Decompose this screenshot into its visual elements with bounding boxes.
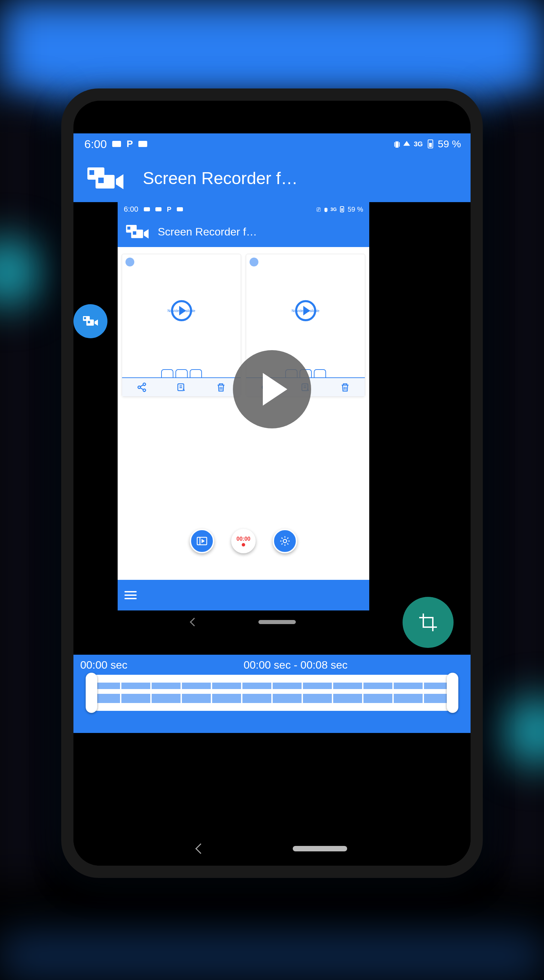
battery-percent: 59 % [438,138,461,150]
inner-vibrate-icon: ı▮ı [324,206,327,213]
inner-app-title: Screen Recorder f… [158,226,257,238]
svg-rect-2 [89,170,94,175]
video-preview-area: 6:00 P ⎚ ı▮ı 3G 59 % [73,202,471,832]
svg-point-12 [143,383,146,386]
home-pill[interactable] [293,846,347,851]
app-title: Screen Recorder f… [143,169,298,188]
inner-battery-percent: 59 % [347,205,363,213]
inner-network-icon: 3G [330,207,337,212]
settings-button[interactable] [273,529,297,553]
back-button[interactable] [195,843,206,854]
home-pill[interactable] [259,620,296,624]
card-badge-icon [125,258,134,266]
timeline-range-label: 00:00 sec - 00:08 sec [243,659,347,671]
phone-speaker [243,105,301,110]
trim-handle-right[interactable] [447,673,458,713]
menu-button[interactable] [124,591,137,599]
delete-icon[interactable] [340,382,350,392]
cast-icon: ⎚ [317,205,320,213]
timeline-start-label: 00:00 sec [80,659,127,671]
inner-app-logo-icon [124,223,151,240]
card-label: No video available [168,309,195,313]
battery-icon [428,140,433,148]
status-bar: 6:00 P ı▮ı 3G 59 % [73,134,471,154]
svg-rect-3 [98,178,104,183]
card-label: No video available [292,309,320,313]
video-timeline: 00:00 sec 00:00 sec - 00:08 sec [73,655,471,733]
wifi-icon [404,138,409,150]
android-nav-bar [73,832,471,865]
card-badge-icon [249,258,259,266]
network-icon: 3G [414,140,423,148]
timeline-strip[interactable] [90,675,454,711]
share-icon[interactable] [137,382,147,392]
inner-battery-icon [340,206,344,212]
edit-icon[interactable] [176,382,186,392]
app-logo-icon [84,165,128,192]
inner-app-bar: Screen Recorder f… [117,216,369,247]
svg-rect-10 [127,227,130,230]
svg-rect-11 [133,231,136,235]
video-notif-icon [112,141,121,147]
delete-icon[interactable] [216,382,226,392]
svg-line-15 [140,385,143,387]
record-button[interactable]: 00:00 [231,529,256,553]
status-time: 6:00 [84,137,107,151]
inner-p-notif-icon: P [167,205,171,213]
vibrate-icon: ı▮ı [394,139,400,149]
phone-camera [316,103,324,111]
inner-video-notif-icon-2 [155,207,162,211]
recorder-fab[interactable] [73,304,108,338]
phone-frame: 6:00 P ı▮ı 3G 59 % Screen Recorder f… [61,89,483,878]
video-notif-icon-2 [138,141,147,147]
inner-bottom-bar [117,580,369,611]
svg-point-14 [143,389,146,392]
crop-fab[interactable] [403,597,454,648]
svg-point-13 [138,386,141,388]
back-button[interactable] [190,617,198,626]
inner-video-notif-icon [144,207,150,211]
svg-rect-7 [88,321,90,323]
record-timer: 00:00 [236,536,251,542]
gallery-button[interactable] [190,529,214,553]
inner-status-time: 6:00 [124,205,138,214]
video-play-button[interactable] [233,350,311,428]
svg-rect-6 [84,317,86,319]
inner-video-notif-icon-3 [177,207,183,211]
svg-line-16 [140,388,143,390]
record-dot-icon [242,543,245,546]
svg-point-34 [283,539,287,543]
app-bar: Screen Recorder f… [73,154,471,202]
recording-card[interactable]: No video available [122,254,241,397]
inner-status-bar: 6:00 P ⎚ ı▮ı 3G 59 % [117,202,369,216]
trim-handle-left[interactable] [86,673,97,713]
p-notif-icon: P [127,138,133,150]
inner-android-nav [117,611,369,633]
